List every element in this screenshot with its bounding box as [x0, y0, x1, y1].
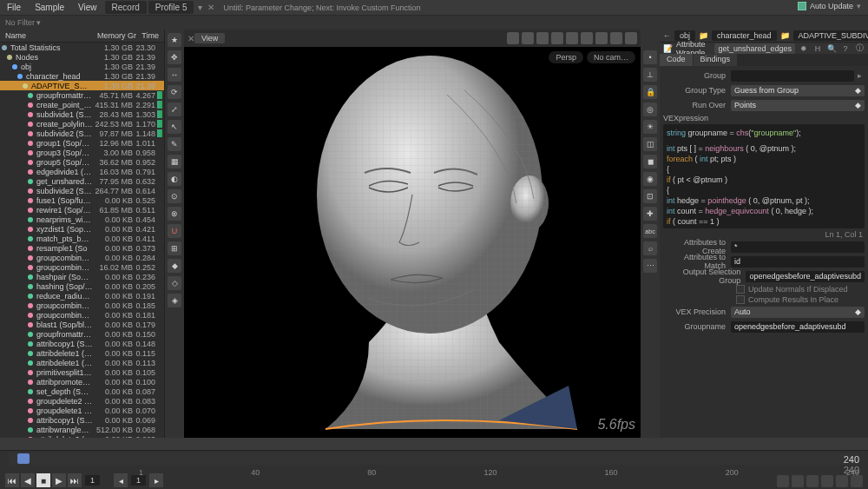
vh-icon-1[interactable]	[507, 32, 519, 44]
tree-row[interactable]: Total Statistics1.30 GB23.30	[0, 43, 164, 52]
groupname-field[interactable]: openedgesbefore_adaptivesubd	[731, 321, 865, 333]
filter-label[interactable]: No Filter	[5, 18, 35, 27]
keyframe-icon[interactable]	[821, 475, 833, 487]
tool-c-icon[interactable]: ◈	[168, 294, 181, 307]
tree-row[interactable]: group3 (Sop/groupc3.00 MB0.958	[0, 148, 164, 157]
tree-row[interactable]: get_unshared_edge77.95 MB0.632	[0, 176, 164, 186]
shade-icon[interactable]: ◼	[643, 155, 657, 169]
stop-button[interactable]: ■	[36, 473, 50, 487]
tree-row[interactable]: xyzdist1 (Sop/attrib0.00 KB0.421	[0, 224, 164, 234]
tree-row[interactable]: group5 (Sop/groupc36.62 MB0.952	[0, 157, 164, 167]
tree-row[interactable]: groupcombine1 (So0.00 KB0.185	[0, 301, 164, 310]
tree-row[interactable]: attribcopy1 (Sop/att0.00 KB0.069	[0, 415, 164, 425]
brush-icon[interactable]: ✎	[168, 137, 181, 151]
tree-row[interactable]: ADAPTIVE_SUBDIVIDE_1.30 GB21.39	[0, 81, 164, 90]
handle-tool-icon[interactable]: ✥	[168, 50, 181, 64]
auto-update-toggle[interactable]: Auto Update▾	[798, 2, 861, 10]
tree-row[interactable]: groupdelete1 (Sop/g0.00 KB0.070	[0, 406, 164, 415]
help-icon[interactable]: ?	[840, 43, 851, 54]
tree-row[interactable]: nearprims_within_r0.00 KB0.454	[0, 215, 164, 224]
menu-file[interactable]: File	[0, 1, 28, 14]
play-button[interactable]: ▶	[52, 473, 66, 487]
tree-row[interactable]: attribpromote5 (So0.00 KB0.100	[0, 377, 164, 387]
vh-icon-9[interactable]	[625, 32, 637, 44]
range-slider[interactable]	[9, 453, 859, 465]
scope-icon[interactable]	[836, 475, 848, 487]
audio-icon[interactable]	[792, 475, 804, 487]
view-label[interactable]: View	[194, 33, 225, 43]
tree-row[interactable]: obj1.30 GB21.39	[0, 62, 164, 71]
tool-a-icon[interactable]: ◆	[168, 259, 181, 273]
vh-icon-5[interactable]	[566, 32, 578, 44]
attrcreate-field[interactable]: *	[731, 241, 865, 253]
rotate-tool-icon[interactable]: ⟳	[168, 85, 181, 99]
vh-icon-4[interactable]	[551, 32, 563, 44]
arrow-icon[interactable]: ↖	[168, 120, 181, 134]
tree-row[interactable]: hashpair (Sop/attrib0.00 KB0.236	[0, 272, 164, 281]
search-icon[interactable]: 🔍	[826, 43, 837, 54]
tree-row[interactable]: subdivide2 (Sop/sub97.87 MB1.148	[0, 129, 164, 138]
col-memory[interactable]: Memory Gr	[96, 31, 136, 40]
xray-icon[interactable]: ⊡	[643, 189, 657, 203]
vh-icon-3[interactable]	[536, 32, 549, 44]
ghost-icon[interactable]: ◎	[643, 102, 657, 116]
tree-row[interactable]: groupfromattribbou45.71 MB4.267	[0, 90, 164, 100]
prev-frame-button[interactable]: ◀	[21, 473, 35, 487]
node-name[interactable]: get_unshared_edges	[714, 43, 795, 54]
tree-row[interactable]: rewire1 (Sop/rewire)61.85 MB0.511	[0, 205, 164, 215]
tree-row[interactable]: create_polylines (So242.53 MB1.170	[0, 119, 164, 129]
runover-select[interactable]: Points◆	[731, 100, 865, 111]
tree-row[interactable]: create_point_struct415.31 MB2.291	[0, 100, 164, 109]
display-points-icon[interactable]: •	[643, 50, 657, 64]
prev-key-button[interactable]: ◂	[114, 473, 128, 487]
vexprec-select[interactable]: Auto◆	[731, 307, 865, 318]
tree-row[interactable]: groupcombine3 (So0.00 KB0.284	[0, 253, 164, 262]
snap-multi-icon[interactable]: ⊗	[168, 207, 181, 221]
tree-row[interactable]: resample1 (So0.00 KB0.373	[0, 243, 164, 253]
attrmatch-field[interactable]: id	[731, 256, 865, 268]
tree-row[interactable]: primitivesplit1 (Sop0.00 KB0.105	[0, 367, 164, 377]
tree-row[interactable]: subdivide1 (Sop/sub28.43 MB1.303	[0, 109, 164, 119]
tree-row[interactable]: attribdelete1 (Sop/a0.00 KB0.115	[0, 348, 164, 358]
tool-b-icon[interactable]: ◇	[168, 276, 181, 290]
scale-tool-icon[interactable]: ⤢	[168, 102, 181, 116]
tree-row[interactable]: attribcopy1 (Sop/att0.00 KB0.148	[0, 339, 164, 348]
tree-row[interactable]: match_pts_by_hash0.00 KB0.411	[0, 234, 164, 243]
display-normals-icon[interactable]: ⊥	[643, 68, 657, 82]
col-name[interactable]: Name	[2, 31, 96, 40]
light-icon[interactable]: ☀	[643, 120, 657, 134]
last-frame-button[interactable]: ⏭	[68, 473, 82, 487]
update-normals-checkbox[interactable]: Update Normals If Displaced	[663, 285, 865, 294]
lock-icon[interactable]: 🔒	[643, 85, 657, 99]
vh-icon-8[interactable]	[610, 32, 622, 44]
tree-row[interactable]: group1 (Sop/groupc12.96 MB1.011	[0, 138, 164, 148]
settings-icon[interactable]	[851, 475, 863, 487]
current-frame-field[interactable]: 1	[85, 475, 100, 486]
tree-row[interactable]: fuse1 (Sop/fuse)0.00 KB0.525	[0, 195, 164, 205]
frame-marker[interactable]	[17, 453, 30, 464]
wire-icon[interactable]: ◫	[643, 137, 657, 151]
tree-row[interactable]: character_head1.30 GB21.39	[0, 71, 164, 81]
tree-row[interactable]: Nodes1.30 GB21.39	[0, 52, 164, 62]
tree-row[interactable]: reduce_radius (Sop/0.00 KB0.191	[0, 291, 164, 301]
path-subd[interactable]: ADAPTIVE_SUBDIVIDE_v2	[793, 30, 868, 41]
cam-icon[interactable]: ⌕	[643, 241, 657, 255]
tree-row[interactable]: attribwrangle1 (Sop512.00 KB0.068	[0, 425, 164, 434]
path-back-icon[interactable]: ←	[663, 31, 671, 40]
realtime-icon[interactable]	[777, 475, 789, 487]
material-icon[interactable]: ◉	[643, 172, 657, 186]
tree-row[interactable]: attribdelete2 (Sop/a0.00 KB0.063	[0, 434, 164, 438]
home-icon[interactable]: H	[812, 43, 823, 54]
persp-badge[interactable]: Persp	[549, 51, 583, 63]
outsel-field[interactable]: openedgesbefore_adaptivesubd	[746, 271, 865, 282]
snap-grid-icon[interactable]: ▦	[168, 155, 181, 169]
path-head[interactable]: character_head	[712, 30, 777, 41]
tree-row[interactable]: subdivide2 (Sop/sub264.77 MB0.614	[0, 186, 164, 195]
tree-row[interactable]: groupcombine2 (So0.00 KB0.181	[0, 310, 164, 320]
tree-row[interactable]: blast1 (Sop/blast)0.00 KB0.179	[0, 320, 164, 329]
group-picker-icon[interactable]: ▸	[854, 71, 865, 80]
tree-row[interactable]: hashing (Sop/attrib0.00 KB0.205	[0, 281, 164, 291]
guide-icon[interactable]: ✚	[643, 207, 657, 221]
tab-bindings[interactable]: Bindings	[694, 54, 738, 66]
snap-point-icon[interactable]: ⊙	[168, 189, 181, 203]
